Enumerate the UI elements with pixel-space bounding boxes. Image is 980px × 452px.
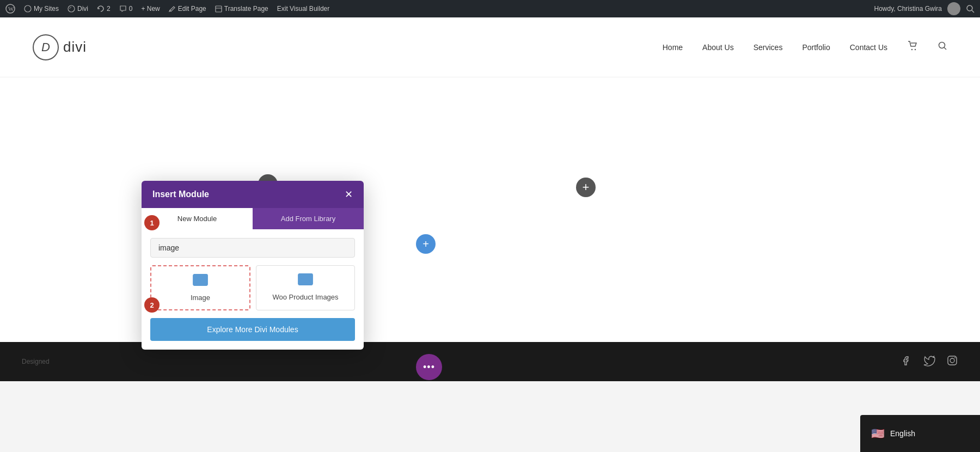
svg-point-16 [196,277,199,279]
new-button[interactable]: + New [141,5,160,13]
wordpress-icon[interactable]: W [5,4,15,14]
nav-about-us[interactable]: About Us [702,43,734,52]
instagram-icon[interactable] [946,355,958,369]
language-bar[interactable]: 🇺🇸 English [860,415,980,452]
tab-add-from-library[interactable]: Add From Library [253,208,364,229]
language-label: English [890,429,915,438]
more-options-button[interactable]: ••• [416,354,442,380]
svg-rect-17 [298,274,313,285]
svg-point-8 [911,49,912,50]
svg-text:W: W [8,5,14,12]
dialog-close-button[interactable]: ✕ [345,190,353,199]
dialog-header: Insert Module ✕ [142,181,364,208]
module-label-woo: Woo Product Images [272,293,338,301]
image-module-icon [193,274,208,289]
svg-point-3 [68,5,75,12]
cart-icon[interactable] [907,40,918,54]
language-flag: 🇺🇸 [871,427,885,440]
nav-portfolio[interactable]: Portfolio [802,43,830,52]
nav-services[interactable]: Services [754,43,783,52]
svg-point-18 [301,276,304,279]
svg-point-9 [915,49,916,50]
module-label-image: Image [191,294,210,302]
explore-modules-button[interactable]: Explore More Divi Modules [150,318,355,341]
add-module-button[interactable]: + [416,234,436,254]
admin-bar: W My Sites Divi 2 0 + New Edit Page Tran… [0,0,980,17]
footer-designer-text: Designed [22,358,50,365]
site-logo: D divi [33,34,87,60]
search-icon[interactable] [966,4,975,13]
add-section-button[interactable]: + [576,178,596,197]
svg-rect-15 [193,274,207,285]
nav-home[interactable]: Home [663,43,683,52]
dialog-title: Insert Module [152,190,209,199]
divi-link[interactable]: Divi [68,5,88,13]
dialog-body: Image Woo Product Images Explore More Di… [142,229,364,350]
dialog-tabs: New Module Add From Library [142,208,364,229]
woo-module-icon [298,273,313,289]
module-card-image[interactable]: Image [150,265,250,310]
modules-grid: Image Woo Product Images [150,265,355,310]
translate-page-button[interactable]: Translate Page [215,5,268,13]
howdy-text: Howdy, Christina Gwira [874,5,942,13]
site-nav: Home About Us Services Portfolio Contact… [663,40,947,54]
step-badge-1: 1 [144,215,160,230]
avatar [947,2,960,15]
svg-line-11 [944,47,946,50]
revisions-link[interactable]: 2 [97,5,111,13]
logo-text: divi [63,39,87,56]
module-card-woo[interactable]: Woo Product Images [256,265,355,310]
site-header: D divi Home About Us Services Portfolio … [0,17,980,77]
svg-rect-4 [216,6,222,12]
svg-point-13 [950,358,954,363]
twitter-icon[interactable] [923,355,935,369]
admin-bar-right: Howdy, Christina Gwira [874,2,975,15]
facebook-icon[interactable] [901,355,912,369]
footer-social [901,355,958,369]
svg-line-7 [972,10,974,13]
search-nav-icon[interactable] [938,41,947,53]
comments-link[interactable]: 0 [119,5,133,13]
svg-point-6 [967,5,972,11]
logo-circle: D [33,34,59,60]
svg-point-14 [954,357,955,358]
edit-page-button[interactable]: Edit Page [169,5,206,13]
nav-contact-us[interactable]: Contact Us [850,43,887,52]
exit-visual-builder-button[interactable]: Exit Visual Builder [277,5,330,13]
svg-point-10 [939,42,945,48]
step-badge-2: 2 [144,297,160,313]
main-content: + + Designed ••• 🇺🇸 English 1 2 [0,77,980,452]
my-sites-link[interactable]: My Sites [24,5,59,13]
module-search-input[interactable] [150,238,355,258]
insert-module-dialog: Insert Module ✕ New Module Add From Libr… [142,181,364,350]
svg-point-2 [24,5,31,12]
